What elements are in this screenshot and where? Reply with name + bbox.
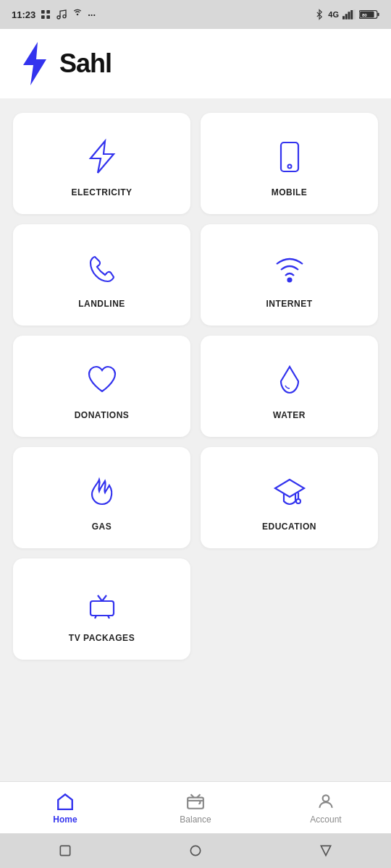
android-recent-button[interactable] [319,843,333,858]
nav-account[interactable]: Account [261,791,391,825]
svg-rect-9 [348,12,350,20]
svg-rect-2 [41,15,45,19]
svg-rect-11 [353,9,356,20]
account-nav-icon [316,791,336,812]
svg-line-23 [98,595,102,601]
bluetooth-icon [314,9,324,20]
header: Sahl [0,29,391,98]
battery-icon: 80 [359,9,379,20]
music-icon [56,9,67,20]
balance-nav-icon [185,791,206,812]
bottom-nav: Home Balance Account [0,781,391,833]
gas-button[interactable]: GAS [13,447,190,548]
svg-marker-33 [321,846,330,855]
tv-button[interactable]: TV PACKAGES [13,558,190,660]
svg-line-24 [102,595,106,601]
electricity-icon [82,137,122,177]
svg-rect-31 [60,846,70,855]
nav-balance[interactable]: Balance [130,791,261,825]
svg-text:80: 80 [362,12,367,17]
mobile-label: MOBILE [272,187,308,197]
svg-rect-8 [345,14,348,20]
svg-rect-1 [47,10,51,14]
svg-marker-21 [275,480,304,497]
svg-rect-18 [281,142,298,171]
water-button[interactable]: WATER [201,336,378,437]
internet-icon [269,248,310,289]
balance-nav-label: Balance [180,814,211,825]
svg-point-19 [287,165,291,169]
donations-button[interactable]: DONATIONS [13,336,190,437]
svg-rect-7 [342,16,345,20]
svg-point-22 [296,499,300,503]
service-grid: ELECTRICITY MOBILE LANDLINE [0,98,391,674]
svg-rect-25 [91,601,114,616]
internet-button[interactable]: INTERNET [201,224,378,326]
electricity-button[interactable]: ELECTRICITY [13,113,190,214]
android-home-button[interactable] [188,843,203,858]
education-icon [269,471,310,511]
signal-icon [342,9,356,20]
education-label: EDUCATION [262,522,316,532]
electricity-label: ELECTRICITY [71,187,132,197]
water-label: WATER [273,410,306,420]
android-back-button[interactable] [58,843,72,858]
account-nav-label: Account [310,814,341,825]
landline-icon [82,248,122,289]
mobile-icon [269,137,310,177]
education-button[interactable]: EDUCATION [201,447,378,548]
donations-label: DONATIONS [75,410,130,420]
svg-marker-17 [91,141,114,173]
gas-icon [82,471,122,511]
svg-marker-28 [58,794,72,809]
svg-rect-10 [350,10,353,20]
landline-label: LANDLINE [78,299,125,309]
tv-icon [82,582,122,623]
landline-button[interactable]: LANDLINE [13,224,190,326]
svg-marker-16 [23,42,46,85]
status-time: 11:23 ··· [12,9,96,20]
svg-rect-13 [377,13,379,17]
mobile-button[interactable]: MOBILE [201,113,378,214]
logo-text: Sahl [59,48,112,79]
tv-label: TV PACKAGES [69,633,135,643]
svg-point-20 [287,278,291,282]
svg-point-4 [57,16,60,19]
wifi-status-icon [72,9,83,20]
svg-rect-29 [188,797,203,808]
water-icon [269,359,310,400]
status-bar: 11:23 ··· 4G 80 [0,0,391,29]
notification-icon [40,9,51,20]
logo-icon [17,42,52,85]
svg-point-30 [323,795,329,801]
nav-home[interactable]: Home [0,791,130,825]
status-icons: 4G 80 [314,9,379,20]
internet-label: INTERNET [266,299,313,309]
home-nav-label: Home [53,814,77,825]
donations-icon [82,359,122,400]
svg-point-6 [77,14,79,16]
home-nav-icon [55,791,75,812]
svg-rect-3 [47,15,51,19]
svg-point-32 [190,846,200,855]
svg-rect-0 [41,10,45,14]
svg-point-5 [63,15,66,18]
android-nav-bar [0,833,391,868]
gas-label: GAS [92,522,112,532]
